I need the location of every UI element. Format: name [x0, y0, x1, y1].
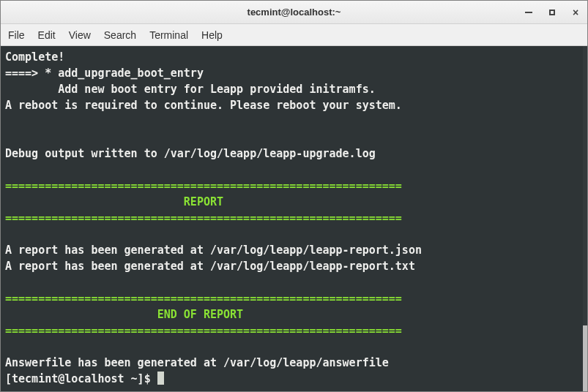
output-line: A report has been generated at /var/log/…	[5, 242, 583, 258]
menu-terminal[interactable]: Terminal	[149, 29, 188, 41]
output-line	[5, 129, 583, 146]
scrollbar-thumb[interactable]	[583, 325, 587, 391]
prompt: [tecmint@localhost ~]$	[5, 372, 157, 385]
output-line	[5, 274, 583, 290]
minimize-button[interactable]	[523, 8, 535, 17]
menubar: File Edit View Search Terminal Help	[1, 24, 587, 46]
menu-search[interactable]: Search	[104, 29, 136, 41]
window-controls: ×	[523, 7, 581, 18]
menu-help[interactable]: Help	[201, 29, 223, 41]
output-line: Answerfile has been generated at /var/lo…	[5, 355, 583, 371]
output-line: A report has been generated at /var/log/…	[5, 258, 583, 274]
report-header: REPORT	[5, 194, 583, 210]
output-line: Debug output written to /var/log/leapp/l…	[5, 146, 583, 162]
separator: ========================================…	[5, 178, 583, 194]
menu-edit[interactable]: Edit	[38, 29, 56, 41]
output-line	[5, 113, 583, 129]
output-line: A reboot is required to continue. Please…	[5, 97, 583, 113]
scrollbar[interactable]	[583, 46, 587, 391]
separator: ========================================…	[5, 323, 583, 339]
window-title: tecmint@localhost:~	[248, 7, 341, 18]
titlebar: tecmint@localhost:~ ×	[1, 1, 587, 24]
output-line: ====> * add_upgrade_boot_entry	[5, 65, 583, 81]
maximize-button[interactable]	[546, 8, 558, 17]
menu-file[interactable]: File	[8, 29, 25, 41]
prompt-line: [tecmint@localhost ~]$	[5, 371, 583, 387]
output-line	[5, 339, 583, 355]
output-line: Add new boot entry for Leapp provided in…	[5, 81, 583, 97]
separator: ========================================…	[5, 290, 583, 306]
menu-view[interactable]: View	[69, 29, 91, 41]
end-report-header: END OF REPORT	[5, 306, 583, 323]
terminal-area[interactable]: Complete! ====> * add_upgrade_boot_entry…	[1, 46, 587, 391]
cursor	[157, 372, 164, 385]
close-button[interactable]: ×	[570, 7, 581, 18]
output-line	[5, 162, 583, 178]
separator: ========================================…	[5, 210, 583, 226]
output-line: Complete!	[5, 49, 583, 65]
output-line	[5, 226, 583, 242]
